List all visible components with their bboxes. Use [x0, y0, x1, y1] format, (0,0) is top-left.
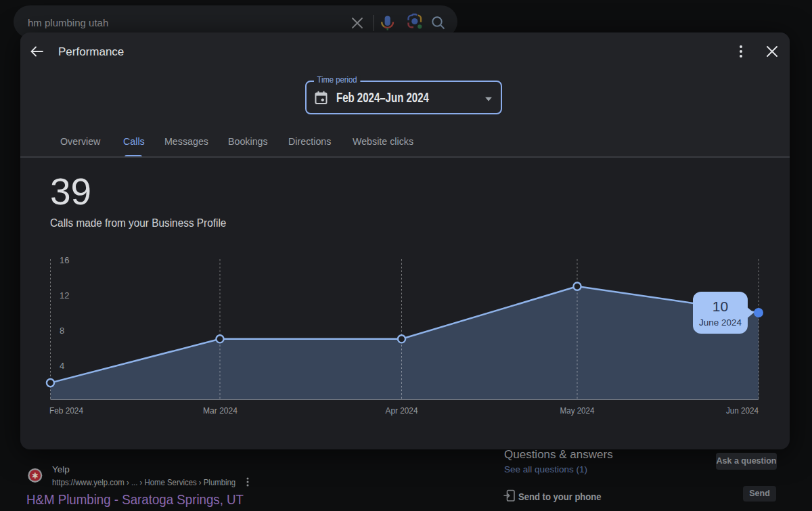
svg-text:16: 16: [60, 255, 69, 265]
svg-text:8: 8: [60, 326, 64, 336]
svg-text:4: 4: [60, 361, 64, 371]
svg-text:✱: ✱: [32, 472, 39, 480]
svg-text:Mar 2024: Mar 2024: [203, 405, 238, 416]
svg-text:10: 10: [713, 298, 728, 314]
svg-text:June 2024: June 2024: [699, 317, 742, 328]
svg-text:12: 12: [60, 290, 69, 301]
svg-text:Feb 2024: Feb 2024: [49, 405, 83, 416]
svg-text:Apr 2024: Apr 2024: [386, 405, 418, 416]
svg-text:May 2024: May 2024: [560, 405, 595, 416]
svg-text:Jun 2024: Jun 2024: [726, 405, 759, 416]
